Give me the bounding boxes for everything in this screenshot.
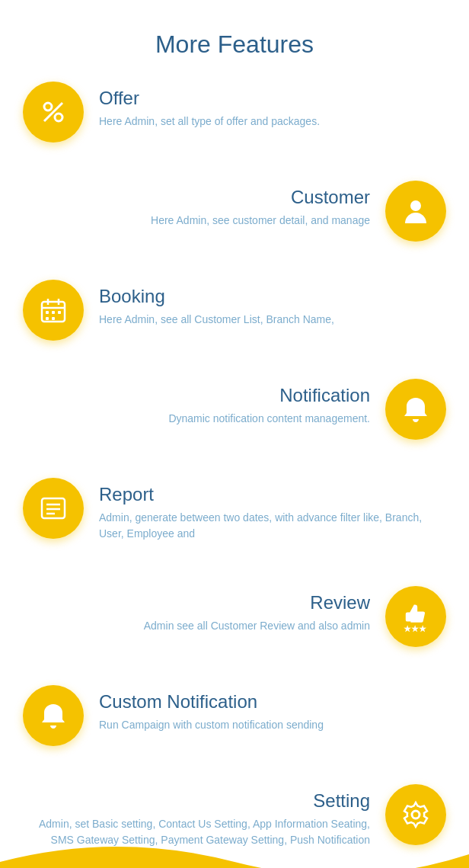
notification-title: Notification	[38, 385, 370, 406]
report-icon-circle	[23, 478, 84, 539]
feature-row-customer: Customer Here Admin, see customer detail…	[23, 173, 446, 249]
offer-desc: Here Admin, set all type of offer and pa…	[99, 114, 431, 130]
offer-title: Offer	[99, 88, 431, 109]
review-text: Review Admin see all Customer Review and…	[23, 586, 385, 640]
feature-row-review: ★★★ Review Admin see all Customer Review…	[23, 578, 446, 655]
notification-icon-circle	[385, 379, 446, 440]
report-desc: Admin, generate between two dates, with …	[99, 510, 431, 542]
notification-desc: Dynamic notification content management.	[38, 411, 370, 427]
customer-desc: Here Admin, see customer detail, and man…	[38, 213, 370, 229]
feature-row-custom-notification: Custom Notification Run Campaign with cu…	[23, 677, 446, 754]
custom-notification-icon-circle	[23, 685, 84, 746]
notification-text: Notification Dynamic notification conten…	[23, 379, 385, 433]
review-icon-circle: ★★★	[385, 586, 446, 647]
booking-desc: Here Admin, see all Customer List, Branc…	[99, 312, 431, 328]
svg-text:★★★: ★★★	[404, 624, 427, 633]
review-title: Review	[38, 592, 370, 613]
feature-row-notification: Notification Dynamic notification conten…	[23, 371, 446, 447]
customer-icon-circle	[385, 181, 446, 242]
custom-notification-desc: Run Campaign with custom notification se…	[99, 717, 431, 733]
page-title: More Features	[0, 0, 469, 74]
setting-title: Setting	[38, 790, 370, 812]
report-title: Report	[99, 484, 431, 505]
booking-icon-circle	[23, 280, 84, 341]
review-desc: Admin see all Customer Review and also a…	[38, 618, 370, 634]
offer-icon-circle	[23, 82, 84, 143]
feature-row-report: Report Admin, generate between two dates…	[23, 470, 446, 556]
custom-notification-text: Custom Notification Run Campaign with cu…	[84, 685, 446, 739]
report-text: Report Admin, generate between two dates…	[84, 478, 446, 548]
bottom-wave	[0, 824, 469, 868]
custom-notification-title: Custom Notification	[99, 691, 431, 713]
customer-text: Customer Here Admin, see customer detail…	[23, 181, 385, 235]
booking-title: Booking	[99, 286, 431, 307]
customer-title: Customer	[38, 187, 370, 208]
offer-text: Offer Here Admin, set all type of offer …	[84, 82, 446, 136]
features-container: Offer Here Admin, set all type of offer …	[0, 74, 469, 862]
feature-row-offer: Offer Here Admin, set all type of offer …	[23, 74, 446, 150]
booking-text: Booking Here Admin, see all Customer Lis…	[84, 280, 446, 334]
feature-row-booking: Booking Here Admin, see all Customer Lis…	[23, 272, 446, 348]
